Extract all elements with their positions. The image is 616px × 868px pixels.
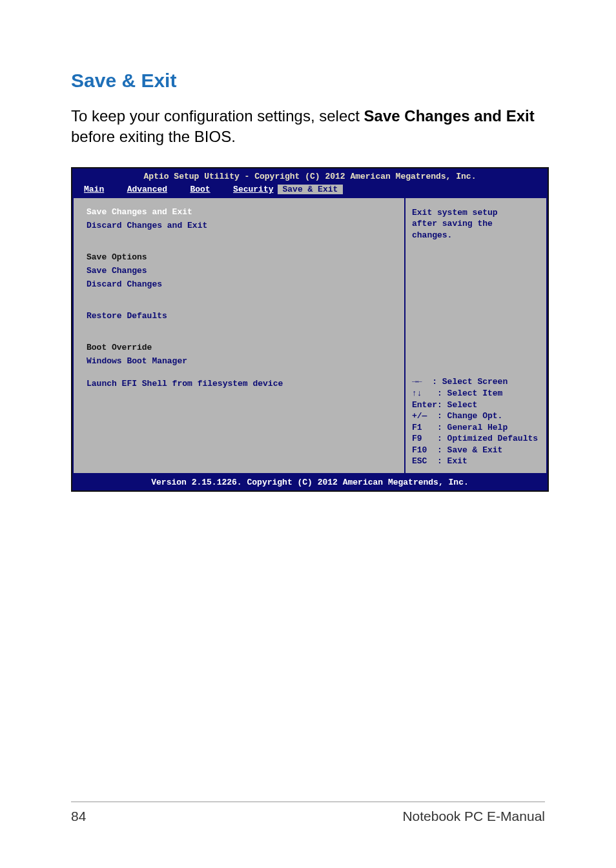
tab-save-exit[interactable]: Save & Exit: [278, 185, 344, 194]
header-save-options: Save Options: [87, 252, 391, 262]
nav-select-screen: →← : Select Screen: [412, 376, 540, 388]
menu-discard-changes[interactable]: Discard Changes: [87, 279, 391, 289]
nav-f10: F10 : Save & Exit: [412, 445, 540, 456]
intro-part2: before exiting the BIOS.: [71, 128, 236, 145]
menu-save-changes[interactable]: Save Changes: [87, 266, 391, 276]
nav-esc: ESC : Exit: [412, 456, 540, 467]
bios-left-panel: Save Changes and Exit Discard Changes an…: [72, 197, 406, 474]
nav-enter: Enter: Select: [412, 399, 540, 411]
intro-paragraph: To keep your configuration settings, sel…: [71, 106, 545, 148]
menu-save-changes-exit[interactable]: Save Changes and Exit: [87, 207, 391, 217]
nav-select-item: ↑↓ : Select Item: [412, 388, 540, 399]
nav-change: +/— : Change Opt.: [412, 410, 540, 422]
intro-bold: Save Changes and Exit: [364, 107, 535, 125]
bios-tab-row: Main Advanced Boot Security Save & Exit: [72, 185, 548, 197]
bios-footer: Version 2.15.1226. Copyright (C) 2012 Am…: [72, 474, 548, 490]
bios-right-panel: Exit system setup after saving the chang…: [406, 197, 548, 474]
help-desc-3: changes.: [412, 230, 540, 241]
menu-discard-changes-exit[interactable]: Discard Changes and Exit: [87, 221, 391, 230]
header-boot-override: Boot Override: [87, 343, 391, 352]
bios-titlebar: Aptio Setup Utility - Copyright (C) 2012…: [72, 168, 548, 185]
help-desc-1: Exit system setup: [412, 207, 540, 219]
menu-windows-boot-manager[interactable]: Windows Boot Manager: [87, 356, 391, 366]
bios-body: Save Changes and Exit Discard Changes an…: [72, 197, 548, 474]
page-footer: 84 Notebook PC E-Manual: [71, 802, 545, 824]
tab-boot[interactable]: Boot: [186, 185, 214, 194]
nav-f9: F9 : Optimized Defaults: [412, 433, 540, 445]
menu-launch-efi[interactable]: Launch EFI Shell from filesystem device: [87, 379, 391, 389]
tab-security[interactable]: Security: [229, 185, 277, 194]
bios-window: Aptio Setup Utility - Copyright (C) 2012…: [71, 167, 549, 492]
intro-part1: To keep your configuration settings, sel…: [71, 107, 364, 125]
nav-f1: F1 : General Help: [412, 422, 540, 434]
doc-title: Notebook PC E-Manual: [402, 809, 545, 824]
tab-advanced[interactable]: Advanced: [123, 185, 171, 194]
section-heading: Save & Exit: [71, 70, 545, 92]
tab-main[interactable]: Main: [80, 185, 108, 194]
menu-restore-defaults[interactable]: Restore Defaults: [87, 311, 391, 321]
help-desc-2: after saving the: [412, 218, 540, 230]
page-number: 84: [71, 809, 86, 824]
